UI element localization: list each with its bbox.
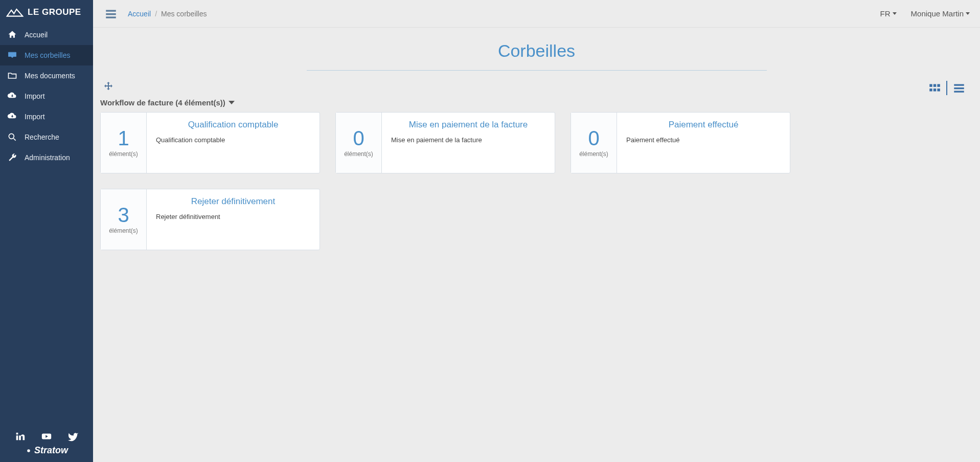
- cards-grid: 1 élément(s) Qualification comptable Qua…: [93, 112, 973, 260]
- card-desc: Paiement effectué: [626, 136, 781, 144]
- card-unit: élément(s): [109, 150, 138, 158]
- svg-rect-3: [929, 84, 932, 86]
- card-count: 0: [353, 128, 364, 148]
- topbar: Accueil / Mes corbeilles FR Monique Mart…: [93, 0, 980, 28]
- user-name: Monique Martin: [911, 9, 964, 18]
- view-switch-separator: [946, 81, 947, 95]
- card-body: Paiement effectué Paiement effectué: [617, 113, 790, 173]
- card-unit: élément(s): [344, 150, 373, 158]
- svg-point-2: [27, 449, 30, 452]
- card-body: Rejeter définitivement Rejeter définitiv…: [147, 189, 320, 250]
- svg-rect-4: [933, 84, 936, 86]
- card-rejeter[interactable]: 3 élément(s) Rejeter définitivement Reje…: [100, 189, 320, 250]
- sidebar-item-label: Recherche: [25, 133, 59, 141]
- card-count-box: 0 élément(s): [336, 113, 382, 173]
- card-body: Mise en paiement de la facture Mise en p…: [382, 113, 555, 173]
- language-label: FR: [880, 9, 891, 18]
- logo[interactable]: LE GROUPE: [0, 0, 93, 25]
- brand-name: LE GROUPE: [28, 7, 81, 17]
- sidebar-item-import-2[interactable]: Import: [0, 106, 93, 127]
- sidebar-item-recherche[interactable]: Recherche: [0, 127, 93, 147]
- section-label: Workflow de facture (4 élément(s)): [100, 98, 225, 107]
- card-desc: Qualification comptable: [156, 136, 310, 144]
- svg-rect-7: [933, 89, 936, 91]
- sidebar-item-label: Import: [25, 92, 45, 100]
- logo-icon: [6, 7, 24, 17]
- card-title: Mise en paiement de la facture: [391, 120, 545, 130]
- page-title: Corbeilles: [93, 41, 980, 61]
- footer-brand: Stratow: [7, 445, 86, 456]
- move-icon: [102, 81, 115, 93]
- card-count-box: 3 élément(s): [101, 189, 147, 250]
- breadcrumb-separator: /: [155, 10, 157, 18]
- hamburger-button[interactable]: [103, 6, 119, 21]
- svg-rect-6: [929, 89, 932, 91]
- breadcrumb-home[interactable]: Accueil: [128, 10, 151, 18]
- sidebar-item-label: Mes documents: [25, 72, 75, 80]
- main: Accueil / Mes corbeilles FR Monique Mart…: [93, 0, 980, 462]
- grid-view-button[interactable]: [928, 81, 941, 95]
- sidebar-nav: Accueil Mes corbeilles Mes documents Imp…: [0, 25, 93, 426]
- card-unit: élément(s): [579, 150, 608, 158]
- folder-icon: [7, 71, 17, 81]
- card-paiement-effectue[interactable]: 0 élément(s) Paiement effectué Paiement …: [571, 112, 790, 173]
- card-count-box: 0 élément(s): [571, 113, 617, 173]
- svg-rect-5: [937, 84, 940, 86]
- list-view-button[interactable]: [952, 81, 966, 95]
- card-count: 1: [118, 128, 129, 148]
- toolbar: [93, 81, 980, 98]
- sidebar-item-documents[interactable]: Mes documents: [0, 65, 93, 86]
- card-count: 0: [588, 128, 599, 148]
- sidebar-item-label: Administration: [25, 153, 70, 162]
- card-desc: Mise en paiement de la facture: [391, 136, 545, 144]
- inbox-icon: [7, 50, 17, 60]
- card-title: Paiement effectué: [626, 120, 781, 130]
- title-divider: [307, 70, 767, 71]
- sidebar-item-accueil[interactable]: Accueil: [0, 25, 93, 45]
- card-mise-en-paiement[interactable]: 0 élément(s) Mise en paiement de la fact…: [335, 112, 555, 173]
- card-count-box: 1 élément(s): [101, 113, 147, 173]
- card-qualification[interactable]: 1 élément(s) Qualification comptable Qua…: [100, 112, 320, 173]
- chevron-down-icon: [893, 12, 897, 15]
- cloud-upload-icon: [7, 112, 17, 122]
- card-title: Qualification comptable: [156, 120, 310, 130]
- chevron-down-icon: [229, 101, 235, 104]
- workflow-section-header[interactable]: Workflow de facture (4 élément(s)): [93, 98, 973, 112]
- home-icon: [7, 30, 17, 40]
- twitter-icon[interactable]: [67, 431, 79, 442]
- content: Corbeilles Workflow de facture (4 élémen…: [93, 28, 980, 462]
- view-switch: [928, 81, 966, 95]
- card-title: Rejeter définitivement: [156, 196, 310, 207]
- chevron-down-icon: [966, 12, 970, 15]
- card-desc: Rejeter définitivement: [156, 213, 310, 221]
- wrench-icon: [7, 152, 17, 163]
- sidebar-item-label: Mes corbeilles: [25, 51, 70, 59]
- card-body: Qualification comptable Qualification co…: [147, 113, 320, 173]
- svg-rect-8: [937, 89, 940, 91]
- cloud-upload-icon: [7, 91, 17, 101]
- search-icon: [7, 132, 17, 142]
- svg-point-0: [9, 134, 14, 139]
- linkedin-icon[interactable]: [14, 431, 26, 442]
- youtube-icon[interactable]: [41, 431, 52, 442]
- sidebar-footer: Stratow: [0, 426, 93, 462]
- user-dropdown[interactable]: Monique Martin: [911, 9, 970, 18]
- sidebar-item-corbeilles[interactable]: Mes corbeilles: [0, 45, 93, 65]
- sidebar-item-import-1[interactable]: Import: [0, 86, 93, 106]
- card-count: 3: [118, 205, 129, 225]
- dot-icon: [25, 447, 32, 454]
- sidebar-item-label: Accueil: [25, 31, 48, 39]
- sidebar: LE GROUPE Accueil Mes corbeilles Mes doc…: [0, 0, 93, 462]
- breadcrumb-current: Mes corbeilles: [161, 10, 207, 18]
- language-dropdown[interactable]: FR: [880, 9, 897, 18]
- breadcrumb: Accueil / Mes corbeilles: [128, 10, 207, 18]
- card-unit: élément(s): [109, 227, 138, 234]
- sidebar-item-administration[interactable]: Administration: [0, 147, 93, 168]
- move-handle[interactable]: [102, 81, 115, 95]
- hamburger-icon: [104, 7, 118, 20]
- sidebar-item-label: Import: [25, 113, 45, 121]
